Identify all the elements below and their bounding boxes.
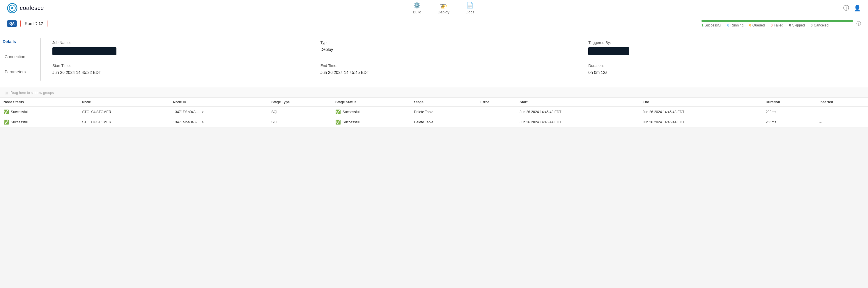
col-start: Start (516, 98, 639, 107)
cell-stage-1: Delete Table (410, 117, 477, 127)
stat-skipped: 0 Skipped (789, 23, 805, 27)
details-grid: Job Name: Type: Deploy Triggered By: Sta… (52, 38, 856, 81)
stat-queued: 0 Queued (749, 23, 765, 27)
stage-status-value-0: Successful (343, 110, 360, 114)
start-time-field: Start Time: Jun 26 2024 14:45:32 EDT (52, 61, 320, 81)
cell-error-1 (477, 117, 516, 127)
end-time-value: Jun 26 2024 14:45:45 EDT (320, 70, 589, 75)
stats-row: 1 Successful 0 Running 0 Queued 0 Failed… (702, 23, 853, 27)
cell-end-1: Jun 26 2024 14:45:44 EDT (639, 117, 762, 127)
docs-icon: 📄 (466, 2, 473, 9)
help-icon[interactable]: ⓘ (843, 4, 849, 12)
col-error: Error (477, 98, 516, 107)
table-section: ⊞ Drag here to set row groups Node Statu… (0, 88, 868, 127)
nav-center: ⚙️ Build 🚁 Deploy 📄 Docs (411, 0, 475, 17)
col-stage: Stage (410, 98, 477, 107)
stat-canceled: 0 Canceled (811, 23, 829, 27)
col-end: End (639, 98, 762, 107)
nav-docs-label: Docs (466, 10, 474, 14)
cell-stage-0: Delete Table (410, 107, 477, 117)
drag-hint-row: ⊞ Drag here to set row groups (0, 88, 868, 98)
col-stage-status: Stage Status (332, 98, 410, 107)
stat-successful: 1 Successful (702, 23, 721, 27)
nav-right: ⓘ 👤 (843, 4, 861, 12)
type-field: Type: Deploy (320, 38, 589, 61)
cell-duration-1: 266ms (762, 117, 816, 127)
stage-status-value-1: Successful (343, 120, 360, 124)
stat-failed-label: Failed (774, 23, 783, 27)
stat-queued-count: 0 (749, 23, 751, 27)
end-time-field: End Time: Jun 26 2024 14:45:45 EDT (320, 61, 589, 81)
nav-deploy-label: Deploy (437, 10, 449, 14)
stat-failed: 0 Failed (771, 23, 783, 27)
stage-success-icon-0: ✅ (335, 109, 341, 115)
stage-success-icon-1: ✅ (335, 120, 341, 125)
cell-error-0 (477, 107, 516, 117)
node-status-value-0: Successful (11, 110, 28, 114)
stat-skipped-count: 0 (789, 23, 791, 27)
col-inserted: Inserted (816, 98, 868, 107)
cell-node-status-0: ✅ Successful (0, 107, 79, 117)
table-row: ✅ Successful STG_CUSTOMER 13471f9f-a043-… (0, 117, 868, 127)
build-icon: ⚙️ (413, 2, 421, 9)
drag-hint-text: Drag here to set row groups (10, 91, 54, 95)
user-icon[interactable]: 👤 (854, 5, 861, 12)
run-id-label: Run ID (25, 21, 38, 26)
expand-btn-0[interactable]: > (200, 109, 205, 115)
col-stage-type: Stage Type (268, 98, 332, 107)
cell-inserted-1: – (816, 117, 868, 127)
cell-node-1: STG_CUSTOMER (79, 117, 169, 127)
cell-start-0: Jun 26 2024 14:45:43 EDT (516, 107, 639, 117)
stat-failed-count: 0 (771, 23, 773, 27)
triggered-by-label: Triggered By: (588, 40, 856, 45)
stat-running: 0 Running (727, 23, 743, 27)
col-node-status: Node Status (0, 98, 79, 107)
stat-running-count: 0 (727, 23, 730, 27)
job-name-value-redacted (52, 47, 117, 55)
type-label: Type: (320, 40, 589, 45)
main-content: Details Connection Parameters Job Name: … (0, 31, 868, 127)
sidebar-item-connection[interactable]: Connection (5, 53, 35, 60)
nav-deploy[interactable]: 🚁 Deploy (436, 0, 450, 17)
progress-bar (702, 20, 853, 22)
col-duration: Duration (762, 98, 816, 107)
end-time-label: End Time: (320, 63, 589, 68)
cell-duration-0: 293ms (762, 107, 816, 117)
stat-successful-label: Successful (705, 23, 721, 27)
stat-queued-label: Queued (752, 23, 765, 27)
deploy-icon: 🚁 (440, 2, 447, 9)
stat-successful-count: 1 (702, 23, 704, 27)
stat-canceled-count: 0 (811, 23, 813, 27)
sidebar-item-parameters[interactable]: Parameters (5, 68, 35, 75)
table-header: Node Status Node Node ID Stage Type Stag… (0, 98, 868, 107)
cell-stage-type-1: SQL (268, 117, 332, 127)
col-node: Node (79, 98, 169, 107)
nav-build[interactable]: ⚙️ Build (411, 0, 422, 17)
stat-skipped-label: Skipped (792, 23, 805, 27)
details-body: Job Name: Type: Deploy Triggered By: Sta… (41, 38, 868, 81)
col-node-id: Node ID (170, 98, 268, 107)
nav-docs[interactable]: 📄 Docs (465, 0, 476, 17)
success-icon-0: ✅ (3, 109, 9, 115)
success-icon-1: ✅ (3, 120, 9, 125)
data-table: Node Status Node Node ID Stage Type Stag… (0, 98, 868, 127)
cell-stage-status-0: ✅ Successful (332, 107, 410, 117)
start-time-value: Jun 26 2024 14:45:32 EDT (52, 70, 320, 75)
details-section: Details Connection Parameters Job Name: … (0, 31, 868, 88)
sidebar-item-details[interactable]: Details (0, 38, 35, 45)
nav-build-label: Build (413, 10, 421, 14)
logo[interactable]: coalesce (7, 3, 44, 13)
stat-running-label: Running (730, 23, 743, 27)
cell-stage-status-1: ✅ Successful (332, 117, 410, 127)
expand-btn-1[interactable]: > (200, 120, 205, 125)
duration-value: 0h 0m 12s (588, 70, 856, 75)
triggered-by-field: Triggered By: (588, 38, 856, 61)
cell-start-1: Jun 26 2024 14:45:44 EDT (516, 117, 639, 127)
node-status-value-1: Successful (11, 120, 28, 124)
details-sidebar: Details Connection Parameters (0, 38, 41, 81)
env-badge: QA (7, 20, 17, 27)
info-icon[interactable]: ⓘ (856, 21, 861, 27)
cell-node-status-1: ✅ Successful (0, 117, 79, 127)
job-name-label: Job Name: (52, 40, 320, 45)
progress-bar-container: 1 Successful 0 Running 0 Queued 0 Failed… (702, 20, 853, 27)
